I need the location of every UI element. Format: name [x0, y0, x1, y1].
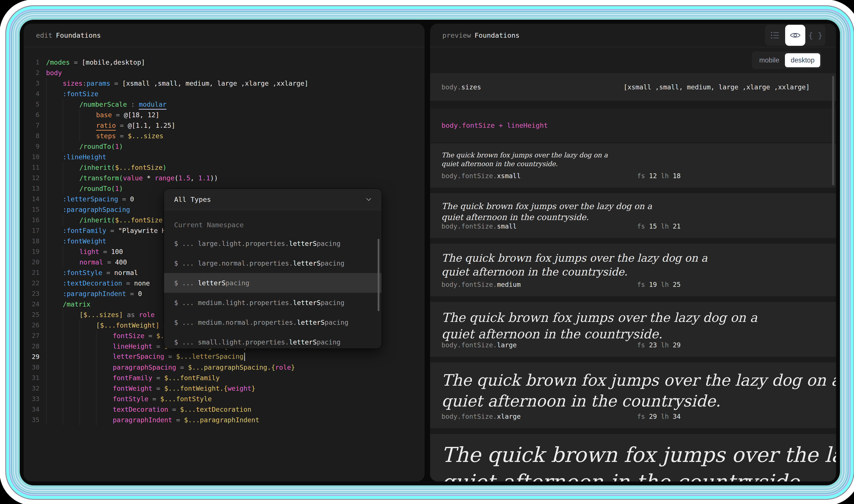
- preview-row[interactable]: The quick brown fox jumps over the lazy …: [430, 244, 836, 296]
- code-line[interactable]: 11/inherit($...fontSize): [24, 162, 424, 173]
- code-text: :lineHeight: [63, 153, 106, 161]
- dropdown-scrollbar[interactable]: [378, 239, 379, 311]
- suggestion-item[interactable]: $ ... medium.light.properties.letterSpac…: [164, 293, 382, 312]
- indent-guide: [63, 120, 80, 131]
- indent-guide: [96, 415, 113, 425]
- indent-guide: [46, 151, 63, 162]
- code-text: :fontFamily = "Playwrite HR": [63, 227, 174, 234]
- line-number: 16: [24, 216, 39, 224]
- preview-scrollbar[interactable]: [832, 76, 834, 185]
- line-number: 3: [24, 79, 39, 87]
- preview-row[interactable]: The quick brown fox jumps over the lazy …: [430, 302, 836, 357]
- eye-view-button[interactable]: [785, 25, 805, 46]
- code-text: body: [46, 69, 62, 77]
- token-name: body.fontSize.xsmall: [441, 172, 521, 180]
- line-number: 18: [24, 237, 39, 245]
- code-line[interactable]: 29letterSpacing = $...letterSpacing: [24, 352, 424, 362]
- token-metrics: fs 29 lh 34: [637, 413, 681, 420]
- line-number: 28: [24, 342, 39, 350]
- indent-guide: [46, 131, 63, 141]
- indent-guide: [80, 320, 96, 330]
- indent-guide: [46, 394, 63, 404]
- code-line[interactable]: 30paragraphSpacing = $...paragraphSpacin…: [24, 362, 424, 373]
- token-name: body.fontSize.medium: [441, 281, 521, 288]
- code-view-button[interactable]: { }: [805, 25, 825, 46]
- code-line[interactable]: 35paragraphIndent = $...paragraphIndent: [24, 415, 424, 425]
- view-switcher: { }: [765, 25, 825, 46]
- code-line[interactable]: 2body: [24, 68, 424, 78]
- indent-guide: [63, 131, 80, 141]
- token-name: body.fontSize.large: [441, 341, 517, 349]
- line-number: 31: [24, 374, 39, 381]
- code-text: /transform(value * range(1.5, 1.1)): [80, 174, 218, 182]
- indent-guide: [80, 341, 96, 352]
- line-number: 32: [24, 384, 39, 392]
- indent-guide: [46, 373, 63, 383]
- indent-guide: [46, 330, 63, 341]
- indent-guide: [46, 89, 63, 99]
- indent-guide: [63, 362, 80, 373]
- code-text: [$...sizes] as role: [80, 311, 155, 319]
- eye-icon: [790, 31, 801, 39]
- suggestion-item[interactable]: $ ... large.normal.properties.letterSpac…: [164, 253, 382, 273]
- sample-text: The quick brown fox jumps over the lazy …: [441, 201, 652, 223]
- line-number: 1: [24, 58, 39, 66]
- code-line[interactable]: 31fontFamily = $...fontFamily: [24, 373, 424, 383]
- code-line[interactable]: 34textDecoration = $...textDecoration: [24, 404, 424, 415]
- code-line[interactable]: 8steps = $...sizes: [24, 131, 424, 141]
- code-line[interactable]: 7ratio = @[1.1, 1.25]: [24, 120, 424, 131]
- preview-row[interactable]: The quick brown fox jumps over the lazy …: [430, 434, 836, 482]
- preview-row[interactable]: The quick brown fox jumps over the lazy …: [430, 193, 836, 238]
- code-line[interactable]: 6base = @[18, 12]: [24, 110, 424, 120]
- code-text: :paragraphIndent = 0: [63, 290, 142, 298]
- token-name: body.fontSize.small: [441, 222, 517, 230]
- indent-guide: [46, 309, 63, 320]
- mode-toggle: mobile desktop: [752, 52, 822, 69]
- indent-guide: [80, 120, 96, 131]
- code-text: fontStyle = $...fontStyle: [113, 395, 212, 403]
- list-view-button[interactable]: [765, 25, 785, 46]
- preview-row[interactable]: The quick brown fox jumps over the lazy …: [430, 362, 836, 428]
- suggestion-item[interactable]: $ ... medium.normal.properties.letterSpa…: [164, 312, 382, 332]
- indent-guide: [46, 341, 63, 352]
- line-number: 2: [24, 69, 39, 76]
- code-line[interactable]: 1/modes = [mobile,desktop]: [24, 57, 424, 68]
- line-number: 22: [24, 280, 39, 287]
- indent-guide: [96, 362, 113, 373]
- indent-guide: [63, 352, 80, 362]
- code-line[interactable]: 4:fontSize: [24, 89, 424, 99]
- indent-guide: [63, 246, 80, 257]
- token-metrics: fs 19 lh 25: [637, 281, 681, 288]
- indent-guide: [46, 99, 63, 110]
- indent-guide: [63, 394, 80, 404]
- code-line[interactable]: 33fontStyle = $...fontStyle: [24, 394, 424, 404]
- code-text: /inherit($...fontSize): [80, 216, 167, 224]
- code-text: :textDecoration = none: [63, 280, 150, 287]
- braces-icon: { }: [808, 31, 822, 40]
- preview-scroll-area[interactable]: body.sizes[xsmall ,small, medium, large …: [430, 73, 836, 482]
- code-line[interactable]: 10:lineHeight: [24, 151, 424, 162]
- indent-guide: [63, 373, 80, 383]
- type-filter[interactable]: All Types: [164, 189, 382, 210]
- code-line[interactable]: 9/roundTo(1): [24, 141, 424, 151]
- code-text: :fontWeight: [63, 237, 106, 245]
- indent-guide: [63, 341, 80, 352]
- suggestion-item[interactable]: $ ... small.light.properties.letterSpaci…: [164, 332, 382, 348]
- indent-guide: [80, 383, 96, 394]
- code-line[interactable]: 32fontWeight = $...fontWeight.{weight}: [24, 383, 424, 394]
- token-row-sizes[interactable]: body.sizes[xsmall ,small, medium, large …: [430, 73, 836, 101]
- code-line[interactable]: 12/transform(value * range(1.5, 1.1)): [24, 173, 424, 183]
- desktop-toggle-button[interactable]: desktop: [785, 53, 820, 67]
- suggestion-item[interactable]: $ ... letterSpacing: [164, 273, 382, 293]
- indent-guide: [63, 141, 80, 151]
- suggestion-item[interactable]: $ ... large.light.properties.letterSpaci…: [164, 234, 382, 253]
- code-line[interactable]: 3sizes:params = [xsmall ,small, medium, …: [24, 78, 424, 89]
- indent-guide: [46, 110, 63, 120]
- preview-row[interactable]: The quick brown fox jumps over the lazy …: [430, 143, 836, 187]
- indent-guide: [46, 162, 63, 173]
- code-line[interactable]: 5/numberScale : modular: [24, 99, 424, 110]
- preview-title: Foundations: [475, 31, 520, 39]
- indent-guide: [80, 110, 96, 120]
- mobile-toggle-button[interactable]: mobile: [753, 53, 785, 67]
- line-number: 4: [24, 90, 39, 97]
